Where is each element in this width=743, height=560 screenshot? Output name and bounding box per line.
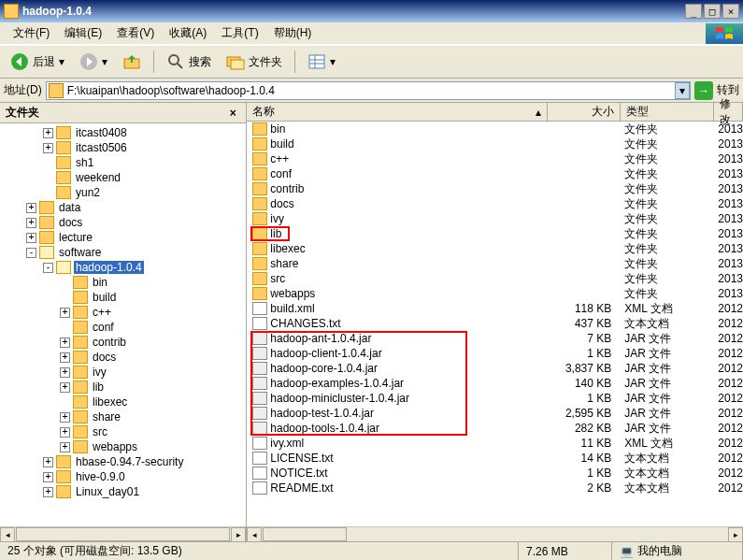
list-item[interactable]: webapps文件夹2013	[247, 286, 743, 301]
col-type[interactable]: 类型	[621, 103, 714, 121]
menu-help[interactable]: 帮助(H)	[266, 23, 320, 43]
list-item[interactable]: hadoop-client-1.0.4.jar1 KBJAR 文件2012	[247, 346, 743, 361]
list-item[interactable]: hadoop-ant-1.0.4.jar7 KBJAR 文件2012	[247, 331, 743, 346]
expand-icon[interactable]: +	[60, 442, 70, 452]
list-item[interactable]: CHANGES.txt437 KB文本文档2012	[247, 316, 743, 331]
expand-icon[interactable]: +	[26, 233, 36, 243]
col-size[interactable]: 大小	[548, 103, 621, 121]
tree-item[interactable]: +ivy	[2, 365, 246, 380]
expand-icon[interactable]: +	[60, 352, 70, 363]
expand-icon[interactable]: +	[60, 308, 70, 318]
expand-icon[interactable]: +	[43, 143, 53, 153]
tree-item[interactable]: +docs	[2, 350, 246, 365]
list-item[interactable]: conf文件夹2013	[247, 166, 743, 181]
scrollbar-horizontal[interactable]: ◂ ▸	[0, 526, 246, 541]
go-button[interactable]: →	[694, 81, 713, 100]
list-item[interactable]: ivy文件夹2013	[247, 211, 743, 226]
tree-item[interactable]: +src	[2, 424, 246, 439]
scroll-right-button[interactable]: ▸	[728, 527, 743, 542]
list-item[interactable]: bin文件夹2013	[247, 122, 743, 136]
up-button[interactable]	[116, 49, 148, 75]
tree-item[interactable]: -hadoop-1.0.4	[2, 260, 246, 275]
expand-icon[interactable]: +	[43, 457, 53, 467]
scroll-left-button[interactable]: ◂	[247, 527, 262, 542]
expand-icon[interactable]: +	[60, 427, 70, 438]
tree-item[interactable]: +itcast0408	[2, 125, 246, 140]
back-button[interactable]: 后退 ▾	[4, 49, 71, 75]
scroll-thumb[interactable]	[16, 527, 230, 541]
tree-item[interactable]: build	[2, 290, 246, 305]
address-dropdown[interactable]: ▾	[675, 82, 690, 99]
tree-item[interactable]: +hive-0.9.0	[2, 469, 246, 484]
scrollbar-horizontal[interactable]: ◂ ▸	[247, 526, 743, 541]
scroll-right-button[interactable]: ▸	[231, 527, 246, 542]
expand-icon[interactable]: +	[60, 412, 70, 423]
collapse-icon[interactable]: -	[26, 248, 36, 258]
list-item[interactable]: contrib文件夹2013	[247, 181, 743, 196]
file-list[interactable]: bin文件夹2013build文件夹2013c++文件夹2013conf文件夹2…	[247, 122, 743, 526]
list-item[interactable]: src文件夹2013	[247, 271, 743, 286]
list-item[interactable]: hadoop-test-1.0.4.jar2,595 KBJAR 文件2012	[247, 406, 743, 421]
menu-file[interactable]: 文件(F)	[6, 23, 57, 43]
tree-item[interactable]: conf	[2, 320, 246, 335]
list-item[interactable]: hadoop-examples-1.0.4.jar140 KBJAR 文件201…	[247, 376, 743, 391]
col-modified[interactable]: 修改	[714, 103, 743, 121]
list-item[interactable]: hadoop-tools-1.0.4.jar282 KBJAR 文件2012	[247, 421, 743, 436]
list-item[interactable]: build文件夹2013	[247, 136, 743, 151]
maximize-button[interactable]: □	[704, 4, 721, 19]
menu-favorites[interactable]: 收藏(A)	[162, 23, 214, 43]
tree-item[interactable]: +docs	[2, 215, 246, 230]
tree-item[interactable]: +hbase-0.94.7-security	[2, 454, 246, 469]
expand-icon[interactable]: +	[60, 337, 70, 348]
tree-item[interactable]: +lib	[2, 380, 246, 395]
list-item[interactable]: share文件夹2013	[247, 256, 743, 271]
tree-item[interactable]: +itcast0506	[2, 140, 246, 155]
col-name[interactable]: 名称▴	[247, 103, 548, 121]
menu-tools[interactable]: 工具(T)	[214, 23, 265, 43]
tree-item[interactable]: +Linux_day01	[2, 484, 246, 499]
list-item[interactable]: libexec文件夹2013	[247, 241, 743, 256]
collapse-icon[interactable]: -	[43, 263, 53, 273]
list-item[interactable]: ivy.xml11 KBXML 文档2012	[247, 436, 743, 451]
tree-item[interactable]: sh1	[2, 155, 246, 170]
list-item[interactable]: lib文件夹2013	[247, 226, 743, 241]
close-button[interactable]: ×	[722, 4, 739, 19]
expand-icon[interactable]: +	[43, 487, 53, 497]
list-item[interactable]: LICENSE.txt14 KB文本文档2012	[247, 451, 743, 466]
views-button[interactable]: ▾	[301, 49, 342, 75]
tree-item[interactable]: -software	[2, 245, 246, 260]
tree-item[interactable]: libexec	[2, 395, 246, 409]
list-item[interactable]: hadoop-minicluster-1.0.4.jar1 KBJAR 文件20…	[247, 391, 743, 406]
tree-item[interactable]: weekend	[2, 170, 246, 185]
expand-icon[interactable]: +	[60, 382, 70, 393]
list-item[interactable]: build.xml118 KBXML 文档2012	[247, 301, 743, 316]
tree-item[interactable]: +data	[2, 200, 246, 215]
forward-button[interactable]: ▾	[73, 49, 114, 75]
address-input[interactable]	[46, 81, 691, 100]
search-button[interactable]: 搜索	[160, 49, 218, 75]
folders-button[interactable]: 文件夹	[220, 49, 289, 75]
tree-item[interactable]: +lecture	[2, 230, 246, 245]
expand-icon[interactable]: +	[43, 472, 53, 482]
expand-icon[interactable]: +	[43, 128, 53, 138]
tree-item[interactable]: +webapps	[2, 439, 246, 454]
expand-icon[interactable]: +	[26, 203, 36, 213]
tree-item[interactable]: yun2	[2, 185, 246, 200]
tree-item[interactable]: bin	[2, 275, 246, 290]
list-item[interactable]: docs文件夹2013	[247, 196, 743, 211]
scroll-thumb[interactable]	[263, 527, 347, 541]
tree-item[interactable]: +contrib	[2, 335, 246, 350]
list-item[interactable]: hadoop-core-1.0.4.jar3,837 KBJAR 文件2012	[247, 361, 743, 376]
expand-icon[interactable]: +	[26, 218, 36, 228]
menu-edit[interactable]: 编辑(E)	[57, 23, 109, 43]
tree-item[interactable]: +c++	[2, 305, 246, 320]
close-pane-button[interactable]: ×	[225, 106, 240, 121]
list-item[interactable]: README.txt2 KB文本文档2012	[247, 481, 743, 495]
minimize-button[interactable]: _	[685, 4, 702, 19]
list-item[interactable]: c++文件夹2013	[247, 151, 743, 166]
folder-tree[interactable]: +itcast0408+itcast0506sh1weekendyun2+dat…	[0, 123, 246, 526]
scroll-left-button[interactable]: ◂	[0, 527, 15, 542]
menu-view[interactable]: 查看(V)	[109, 23, 162, 43]
list-item[interactable]: NOTICE.txt1 KB文本文档2012	[247, 466, 743, 481]
expand-icon[interactable]: +	[60, 367, 70, 378]
